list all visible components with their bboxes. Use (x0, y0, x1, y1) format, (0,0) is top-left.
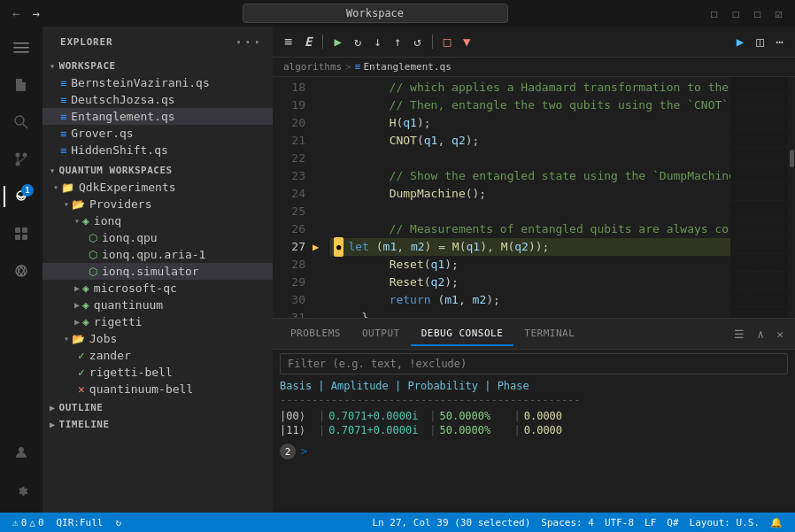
file-hiddenshift[interactable]: ≡ HiddenShift.qs (42, 142, 273, 158)
jobs-arrow: ▾ (64, 334, 69, 343)
file-grover[interactable]: ≡ Grover.qs (42, 125, 273, 142)
status-remote[interactable]: ⚠ 0 △ 0 (7, 513, 50, 532)
status-warning-icon: △ (29, 517, 35, 528)
svg-point-5 (16, 153, 20, 158)
file-deutsch[interactable]: ≡ DeutschJozsa.qs (42, 91, 273, 108)
panel-close-button[interactable]: ✕ (772, 324, 788, 344)
nav-back-button[interactable]: ← (9, 4, 23, 22)
step-up-button[interactable]: ↑ (390, 32, 405, 51)
status-language[interactable]: Q# (661, 517, 683, 528)
quantum-workspaces-section[interactable]: ▾ QUANTUM WORKSPACES (42, 162, 273, 179)
breadcrumb-file-icon: ≡ (355, 61, 361, 73)
step-down-button[interactable]: ↓ (369, 32, 385, 51)
code-line-19: // Then, entangle the two qubits using t… (330, 96, 730, 114)
status-qir[interactable]: QIR:Full (51, 513, 109, 532)
run-all-button[interactable]: ≡ (280, 31, 297, 52)
msqc-icon: ◈ (82, 281, 89, 295)
run-line-button[interactable]: E (300, 32, 316, 51)
ionq-sim-item[interactable]: ⬡ ionq.simulator (42, 263, 273, 280)
tab-debug-console[interactable]: DEBUG CONSOLE (411, 322, 514, 346)
activity-source-control-icon[interactable] (4, 142, 39, 177)
layout-toggle-button[interactable]: ◫ (752, 32, 768, 51)
run-on-device-button[interactable]: ▶ (732, 32, 748, 51)
quantinuum-item[interactable]: ▶ ◈ quantinuum (42, 297, 273, 313)
quantinuum-label: quantinuum (94, 298, 163, 312)
rigetti-item[interactable]: ▶ ◈ rigetti (42, 313, 273, 330)
jobs-item[interactable]: ▾ 📂 Jobs (42, 330, 273, 347)
nav-forward-button[interactable]: → (28, 4, 42, 22)
tab-problems[interactable]: PROBLEMS (280, 322, 351, 346)
ionq-qpu-item[interactable]: ⬡ ionq.qpu (42, 229, 273, 246)
job-zander[interactable]: ✓ zander (42, 347, 273, 364)
status-spaces[interactable]: Spaces: 4 (536, 517, 599, 528)
activity-search-icon[interactable] (4, 104, 39, 140)
scroll-indicator[interactable] (788, 77, 795, 318)
filter-bar[interactable]: Filter (e.g. text, !exclude) (280, 353, 788, 374)
status-layout[interactable]: Layout: U.S. (684, 517, 765, 528)
run-button[interactable]: ▶ (329, 32, 345, 51)
panel-list-button[interactable]: ☰ (729, 324, 749, 344)
file-bernstein[interactable]: ≡ BernsteinVazirani.qs (42, 74, 273, 91)
qs-file-icon: ≡ (60, 144, 66, 157)
activity-menu-icon[interactable] (4, 30, 39, 66)
panel-output: Basis | Amplitude | Probability | Phase … (280, 380, 788, 436)
zander-status-icon: ✓ (78, 349, 85, 362)
timeline-section[interactable]: ▶ TIMELINE (42, 416, 273, 433)
code-content[interactable]: // which applies a Hadamard transformati… (330, 77, 730, 318)
activity-accounts-icon[interactable] (4, 435, 39, 470)
breadcrumb-file[interactable]: Entanglement.qs (363, 61, 451, 73)
sidebar-more-button[interactable]: ··· (235, 34, 262, 50)
output-badge: 2 (280, 443, 296, 459)
svg-point-3 (15, 116, 24, 125)
providers-item[interactable]: ▾ 📂 Providers (42, 196, 273, 212)
layout-split-button[interactable]: ☐ (750, 4, 764, 22)
activity-settings-icon[interactable] (4, 472, 39, 507)
microsoft-qc-item[interactable]: ▶ ◈ microsoft-qc (42, 280, 273, 297)
scroll-thumb (790, 150, 794, 167)
providers-label: Providers (89, 197, 151, 211)
job-rigetti-bell[interactable]: ✓ rigetti-bell (42, 364, 273, 381)
stop-dropdown-button[interactable]: ▼ (459, 32, 475, 51)
code-line-29: Reset(q2); (330, 274, 730, 291)
more-actions-button[interactable]: ⋯ (772, 32, 788, 51)
layout-grid-button[interactable]: ☑ (772, 4, 786, 22)
tab-terminal[interactable]: TERMINAL (513, 322, 585, 346)
layout-sidebar-button[interactable]: ☐ (706, 4, 721, 22)
code-line-27: ● let (m1, m2) = M(q1), M(q2)); (330, 238, 730, 256)
qs-file-icon: ≡ (60, 111, 66, 123)
window-controls: ☐ ☐ ☐ ☑ (706, 4, 786, 22)
file-grover-label: Grover.qs (71, 127, 133, 140)
status-eol[interactable]: LF (639, 517, 661, 528)
activity-debug-icon[interactable]: 1 (4, 179, 39, 214)
layout-panel-button[interactable]: ☐ (729, 4, 743, 22)
job-quantinuum-bell[interactable]: ✕ quantinuum-bell (42, 381, 273, 397)
activity-explorer-icon[interactable] (4, 67, 39, 103)
outline-arrow: ▶ (50, 403, 56, 412)
panel-collapse-button[interactable]: ∧ (753, 324, 768, 344)
ionq-item[interactable]: ▾ ◈ ionq (42, 212, 273, 229)
ionq-icon: ◈ (82, 214, 89, 227)
status-position[interactable]: Ln 27, Col 39 (30 selected) (367, 517, 536, 528)
status-encoding[interactable]: UTF-8 (599, 517, 639, 528)
ionq-aria-item[interactable]: ⬡ ionq.qpu.aria-1 (42, 246, 273, 263)
status-bell[interactable]: 🔔 (765, 517, 788, 528)
output-row-1: |11⟩ | 0.7071+0.0000i | 50.0000% | 0.000… (280, 424, 788, 436)
prompt-arrow-icon: > (301, 445, 307, 458)
status-sync-icon-item[interactable]: ↻ (110, 513, 127, 532)
qdk-arrow: ▾ (53, 182, 58, 192)
reset-button[interactable]: ↺ (409, 32, 425, 51)
activity-quantum-icon[interactable] (4, 253, 39, 289)
qdk-experiments-item[interactable]: ▾ 📁 QdkExperiments (42, 179, 273, 196)
search-bar[interactable]: Workspace (243, 4, 508, 23)
titlebar: ← → 🔍 Workspace ☐ ☐ ☐ ☑ (0, 0, 795, 27)
code-editor[interactable]: 18 19 20 21 22 23 24 25 26 27 28 29 30 3… (273, 77, 795, 318)
workspace-section[interactable]: ▾ WORKSPACE (42, 58, 273, 74)
file-bernstein-label: BernsteinVazirani.qs (71, 76, 210, 89)
stop-button[interactable]: □ (439, 32, 455, 51)
outline-section[interactable]: ▶ OUTLINE (42, 399, 273, 416)
file-entanglement[interactable]: ≡ Entanglement.qs (42, 108, 273, 125)
activity-extensions-icon[interactable] (4, 216, 39, 251)
breadcrumb-folder[interactable]: algorithms (283, 61, 342, 73)
refresh-button[interactable]: ↻ (350, 32, 366, 51)
tab-output[interactable]: OUTPUT (351, 322, 411, 346)
